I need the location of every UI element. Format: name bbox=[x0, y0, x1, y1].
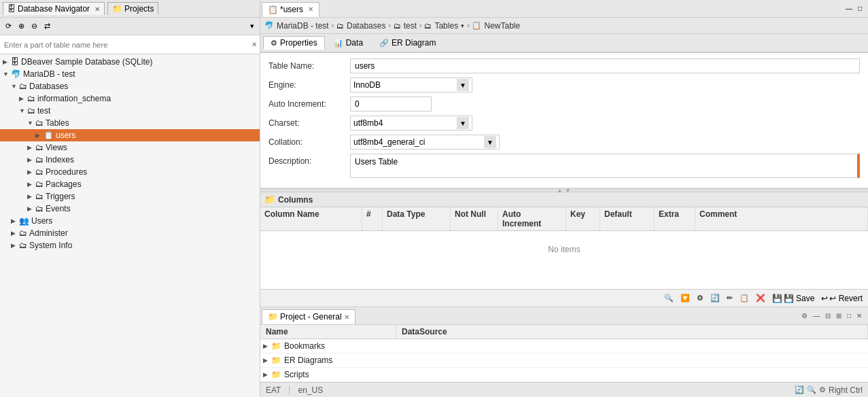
right-panel: 📋 *users ✕ — □ 🐬 MariaDB - test › 🗂 Data… bbox=[260, 0, 868, 397]
bottom-minimize-icon[interactable]: — bbox=[811, 311, 822, 320]
search-input[interactable] bbox=[0, 38, 249, 52]
project-general-tab[interactable]: 📁 Project - General ✕ bbox=[262, 309, 355, 324]
revert-icon: ↩ bbox=[821, 294, 828, 303]
project-row-er-diagrams[interactable]: ▶ 📁 ER Diagrams bbox=[260, 353, 868, 368]
bottom-restore-icon[interactable]: □ bbox=[845, 311, 853, 320]
tree-label-sysinfo: System Info bbox=[29, 241, 72, 250]
table-name-input[interactable] bbox=[350, 58, 860, 73]
toolbar-btn-2[interactable]: ⊕ bbox=[16, 20, 27, 32]
toolbar-btn-1[interactable]: ⟳ bbox=[3, 20, 14, 32]
prop-description-row: Description: Users Table bbox=[268, 154, 860, 178]
autoincrement-input[interactable] bbox=[350, 97, 432, 111]
engine-select[interactable]: InnoDB ▼ bbox=[350, 77, 472, 92]
bottom-split-h-icon[interactable]: ⊟ bbox=[823, 311, 833, 320]
tree-item-packages[interactable]: ▶ 🗂 Packages bbox=[0, 178, 260, 190]
left-panel-tabs: 🗄 Database Navigator ✕ 📁 Projects bbox=[0, 0, 260, 18]
toolbar-expand[interactable]: ▾ bbox=[247, 20, 257, 32]
minimize-icon[interactable]: — bbox=[844, 4, 854, 13]
project-tab-label: Project - General bbox=[280, 312, 342, 322]
collation-dropdown-btn[interactable]: ▼ bbox=[484, 136, 496, 148]
col-header-extra: Extra bbox=[655, 207, 695, 230]
bottom-panel: 📁 Project - General ✕ ⚙ — ⊟ ⊞ □ ✕ bbox=[260, 307, 868, 382]
projects-icon: 📁 bbox=[112, 4, 122, 14]
toolbar-btn-4[interactable]: ⇄ bbox=[41, 20, 53, 32]
project-row-bookmarks[interactable]: ▶ 📁 Bookmarks bbox=[260, 339, 868, 353]
columns-section: 📁 Columns Column Name # Data Type Not Nu… bbox=[260, 192, 868, 307]
tree-item-information-schema[interactable]: ▶ 🗂 information_schema bbox=[0, 92, 260, 105]
tree-item-test[interactable]: ▼ 🗂 test bbox=[0, 105, 260, 117]
no-items-label: No items bbox=[260, 231, 868, 268]
project-row-scripts[interactable]: ▶ 📁 Scripts bbox=[260, 368, 868, 382]
status-icon-3[interactable]: ⚙ bbox=[819, 385, 826, 394]
columns-toolbar: 🔍 🔽 ⚙ 🔄 ✏ 📋 ❌ 💾💾 Save ↩↩ Revert bbox=[260, 289, 868, 307]
breadcrumb-mariadb-label: MariaDB - test bbox=[277, 21, 329, 31]
charset-select-text: utf8mb4 bbox=[353, 118, 455, 128]
restore-icon[interactable]: □ bbox=[856, 4, 864, 13]
col-search-btn[interactable]: 🔍 bbox=[661, 292, 676, 304]
breadcrumb-databases[interactable]: Databases bbox=[347, 21, 385, 31]
charset-select[interactable]: utf8mb4 ▼ bbox=[350, 116, 472, 131]
breadcrumb-test[interactable]: test bbox=[404, 21, 417, 31]
tab-properties[interactable]: ⚙ Properties bbox=[263, 36, 325, 50]
projects-tab[interactable]: 📁 Projects bbox=[107, 2, 158, 15]
tree-item-users-top[interactable]: ▶ 👥 Users bbox=[0, 215, 260, 227]
tree-item-triggers[interactable]: ▶ 🗂 Triggers bbox=[0, 190, 260, 203]
bottom-split-v-icon[interactable]: ⊞ bbox=[834, 311, 844, 320]
tab-er-diagram[interactable]: 🔗 ER Diagram bbox=[372, 36, 443, 50]
col-filter-btn[interactable]: 🔽 bbox=[678, 292, 693, 304]
tree-item-views[interactable]: ▶ 🗂 Views bbox=[0, 141, 260, 154]
tree-item-users[interactable]: ▶ 📋 users bbox=[0, 129, 260, 141]
tree-item-administer[interactable]: ▶ 🗂 Administer bbox=[0, 227, 260, 239]
tab-data[interactable]: 📊 Data bbox=[326, 36, 370, 50]
col-revert-btn[interactable]: ↩↩ Revert bbox=[818, 292, 865, 305]
bookmarks-arrow: ▶ bbox=[263, 343, 271, 349]
tree-item-tables[interactable]: ▼ 🗂 Tables bbox=[0, 117, 260, 129]
tree-item-sysinfo[interactable]: ▶ 🗂 System Info bbox=[0, 239, 260, 252]
toolbar-btn-3[interactable]: ⊖ bbox=[29, 20, 40, 32]
tree-item-procedures[interactable]: ▶ 🗂 Procedures bbox=[0, 166, 260, 178]
collation-select[interactable]: utf8mb4_general_ci ▼ bbox=[350, 135, 500, 150]
er-icon: 🔗 bbox=[379, 39, 389, 48]
users-tab-close[interactable]: ✕ bbox=[308, 5, 313, 13]
engine-dropdown-btn[interactable]: ▼ bbox=[457, 79, 469, 91]
bottom-settings-icon[interactable]: ⚙ bbox=[799, 311, 810, 320]
tree-label-packages: Packages bbox=[46, 179, 82, 189]
db-navigator-tab[interactable]: 🗄 Database Navigator ✕ bbox=[3, 2, 105, 15]
search-clear-icon[interactable]: ✕ bbox=[249, 39, 260, 50]
col-delete-btn[interactable]: ❌ bbox=[753, 292, 768, 304]
breadcrumb-mariadb[interactable]: MariaDB - test bbox=[277, 21, 329, 31]
right-panel-inner: Table Name: Engine: InnoDB ▼ bbox=[260, 53, 868, 397]
databases-icon: 🗂 bbox=[19, 82, 27, 91]
breadcrumb-tables-icon: 🗂 bbox=[424, 22, 432, 30]
tree-label-triggers: Triggers bbox=[46, 192, 75, 201]
data-icon: 📊 bbox=[334, 39, 343, 48]
description-textarea[interactable]: Users Table bbox=[350, 154, 860, 178]
tree-item-mariadb[interactable]: ▼ 🐬 MariaDB - test bbox=[0, 68, 260, 80]
tree-item-indexes[interactable]: ▶ 🗂 Indexes bbox=[0, 154, 260, 166]
col-refresh-btn[interactable]: 🔄 bbox=[708, 292, 723, 304]
properties-area: Table Name: Engine: InnoDB ▼ bbox=[260, 53, 868, 188]
bottom-close-icon[interactable]: ✕ bbox=[854, 311, 864, 320]
status-label-rightctrl: Right Ctrl bbox=[829, 385, 863, 395]
charset-dropdown-btn[interactable]: ▼ bbox=[457, 117, 469, 129]
tab-er-label: ER Diagram bbox=[392, 38, 436, 48]
breadcrumb-tables[interactable]: Tables ▾ bbox=[434, 21, 464, 31]
tree-item-databases[interactable]: ▼ 🗂 Databases bbox=[0, 80, 260, 92]
db-navigator-close[interactable]: ✕ bbox=[94, 5, 100, 13]
col-config-btn[interactable]: ⚙ bbox=[694, 292, 706, 304]
breadcrumb-tables-dropdown[interactable]: ▾ bbox=[461, 22, 464, 29]
project-tab-close[interactable]: ✕ bbox=[344, 313, 349, 321]
tree-label-users: users bbox=[56, 131, 75, 140]
columns-header-row: Column Name # Data Type Not Null Auto In… bbox=[260, 207, 868, 231]
tree-item-events[interactable]: ▶ 🗂 Events bbox=[0, 203, 260, 215]
col-edit-btn[interactable]: ✏ bbox=[724, 292, 735, 304]
status-icon-1[interactable]: 🔄 bbox=[795, 385, 804, 394]
status-icon-2[interactable]: 🔍 bbox=[807, 385, 816, 394]
test-db-icon: 🗂 bbox=[27, 106, 35, 116]
tree-item-dbeaver[interactable]: ▶ 🗄 DBeaver Sample Database (SQLite) bbox=[0, 56, 260, 68]
users-tab[interactable]: 📋 *users ✕ bbox=[262, 2, 319, 17]
breadcrumb-newtable[interactable]: NewTable bbox=[484, 21, 520, 31]
engine-value: InnoDB ▼ bbox=[350, 77, 860, 92]
col-save-btn[interactable]: 💾💾 Save bbox=[769, 292, 818, 305]
col-copy-btn[interactable]: 📋 bbox=[737, 292, 752, 304]
